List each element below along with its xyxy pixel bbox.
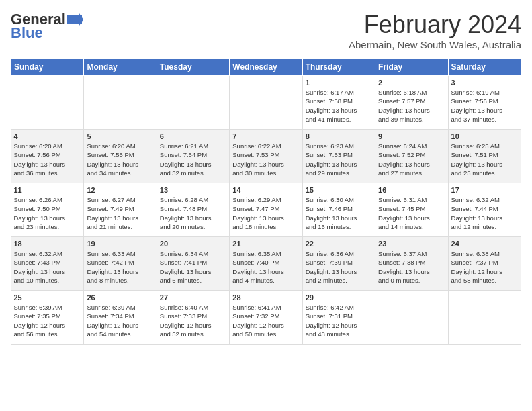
calendar-week-row: 11Sunrise: 6:26 AM Sunset: 7:50 PM Dayli… — [11, 183, 521, 237]
day-number: 20 — [160, 240, 226, 248]
day-number: 1 — [306, 79, 372, 87]
calendar-cell: 23Sunrise: 6:37 AM Sunset: 7:38 PM Dayli… — [375, 237, 448, 291]
calendar-week-row: 25Sunrise: 6:39 AM Sunset: 7:35 PM Dayli… — [11, 291, 521, 345]
calendar-cell: 13Sunrise: 6:28 AM Sunset: 7:48 PM Dayli… — [157, 183, 229, 237]
day-number: 19 — [87, 240, 153, 248]
col-header-thursday: Thursday — [302, 59, 375, 76]
calendar-cell: 27Sunrise: 6:40 AM Sunset: 7:33 PM Dayli… — [157, 291, 229, 345]
cell-content: Sunrise: 6:37 AM Sunset: 7:38 PM Dayligh… — [378, 249, 445, 285]
calendar-header-row: SundayMondayTuesdayWednesdayThursdayFrid… — [11, 59, 521, 76]
logo: General Blue — [11, 11, 83, 42]
cell-content: Sunrise: 6:31 AM Sunset: 7:45 PM Dayligh… — [378, 195, 445, 231]
cell-content: Sunrise: 6:35 AM Sunset: 7:40 PM Dayligh… — [232, 249, 299, 285]
day-number: 11 — [14, 186, 81, 194]
col-header-saturday: Saturday — [448, 59, 521, 76]
cell-content: Sunrise: 6:17 AM Sunset: 7:58 PM Dayligh… — [306, 88, 372, 124]
cell-content: Sunrise: 6:29 AM Sunset: 7:47 PM Dayligh… — [232, 195, 299, 231]
calendar-cell: 26Sunrise: 6:39 AM Sunset: 7:34 PM Dayli… — [84, 291, 157, 345]
cell-content: Sunrise: 6:30 AM Sunset: 7:46 PM Dayligh… — [306, 195, 372, 231]
day-number: 17 — [451, 186, 519, 194]
cell-content: Sunrise: 6:36 AM Sunset: 7:39 PM Dayligh… — [306, 249, 372, 285]
calendar-cell: 8Sunrise: 6:23 AM Sunset: 7:53 PM Daylig… — [302, 130, 375, 183]
logo-blue: Blue — [11, 24, 43, 42]
calendar-cell: 18Sunrise: 6:32 AM Sunset: 7:43 PM Dayli… — [11, 237, 84, 291]
cell-content: Sunrise: 6:24 AM Sunset: 7:52 PM Dayligh… — [378, 142, 445, 177]
cell-content: Sunrise: 6:27 AM Sunset: 7:49 PM Dayligh… — [87, 195, 153, 231]
calendar-cell — [157, 76, 229, 130]
calendar-cell: 19Sunrise: 6:33 AM Sunset: 7:42 PM Dayli… — [84, 237, 157, 291]
cell-content: Sunrise: 6:20 AM Sunset: 7:56 PM Dayligh… — [14, 142, 81, 177]
calendar-cell — [448, 291, 521, 345]
page-header: General Blue February 2024 Abermain, New… — [11, 11, 521, 50]
calendar-cell: 2Sunrise: 6:18 AM Sunset: 7:57 PM Daylig… — [375, 76, 448, 130]
calendar-cell: 9Sunrise: 6:24 AM Sunset: 7:52 PM Daylig… — [375, 130, 448, 183]
day-number: 26 — [87, 293, 153, 302]
calendar-cell: 25Sunrise: 6:39 AM Sunset: 7:35 PM Dayli… — [11, 291, 84, 345]
calendar-cell: 11Sunrise: 6:26 AM Sunset: 7:50 PM Dayli… — [11, 183, 84, 237]
day-number: 3 — [451, 79, 519, 87]
calendar-cell: 6Sunrise: 6:21 AM Sunset: 7:54 PM Daylig… — [157, 130, 229, 183]
day-number: 21 — [232, 240, 299, 248]
day-number: 7 — [232, 132, 299, 140]
cell-content: Sunrise: 6:34 AM Sunset: 7:41 PM Dayligh… — [160, 249, 226, 285]
day-number: 27 — [160, 293, 226, 302]
col-header-wednesday: Wednesday — [230, 59, 302, 76]
calendar-week-row: 18Sunrise: 6:32 AM Sunset: 7:43 PM Dayli… — [11, 237, 521, 291]
calendar-cell: 16Sunrise: 6:31 AM Sunset: 7:45 PM Dayli… — [375, 183, 448, 237]
calendar-cell: 4Sunrise: 6:20 AM Sunset: 7:56 PM Daylig… — [11, 130, 84, 183]
calendar-cell: 28Sunrise: 6:41 AM Sunset: 7:32 PM Dayli… — [230, 291, 302, 345]
calendar-cell: 20Sunrise: 6:34 AM Sunset: 7:41 PM Dayli… — [157, 237, 229, 291]
day-number: 8 — [306, 132, 372, 140]
day-number: 4 — [14, 132, 81, 140]
day-number: 5 — [87, 132, 153, 140]
day-number: 23 — [378, 240, 445, 248]
calendar-cell — [230, 76, 302, 130]
cell-content: Sunrise: 6:42 AM Sunset: 7:31 PM Dayligh… — [306, 303, 372, 338]
cell-content: Sunrise: 6:33 AM Sunset: 7:42 PM Dayligh… — [87, 249, 153, 285]
calendar-cell — [84, 76, 157, 130]
cell-content: Sunrise: 6:25 AM Sunset: 7:51 PM Dayligh… — [451, 142, 519, 177]
title-block: February 2024 Abermain, New South Wales,… — [349, 11, 521, 50]
calendar-cell: 14Sunrise: 6:29 AM Sunset: 7:47 PM Dayli… — [230, 183, 302, 237]
cell-content: Sunrise: 6:32 AM Sunset: 7:44 PM Dayligh… — [451, 195, 519, 231]
calendar-cell: 15Sunrise: 6:30 AM Sunset: 7:46 PM Dayli… — [302, 183, 375, 237]
day-number: 15 — [306, 186, 372, 194]
cell-content: Sunrise: 6:41 AM Sunset: 7:32 PM Dayligh… — [232, 303, 299, 338]
col-header-sunday: Sunday — [11, 59, 84, 76]
col-header-friday: Friday — [375, 59, 448, 76]
calendar-cell: 24Sunrise: 6:38 AM Sunset: 7:37 PM Dayli… — [448, 237, 521, 291]
cell-content: Sunrise: 6:21 AM Sunset: 7:54 PM Dayligh… — [160, 142, 226, 177]
day-number: 22 — [306, 240, 372, 248]
calendar-cell — [11, 76, 84, 130]
cell-content: Sunrise: 6:22 AM Sunset: 7:53 PM Dayligh… — [232, 142, 299, 177]
calendar-week-row: 1Sunrise: 6:17 AM Sunset: 7:58 PM Daylig… — [11, 76, 521, 130]
day-number: 18 — [14, 240, 81, 248]
cell-content: Sunrise: 6:23 AM Sunset: 7:53 PM Dayligh… — [306, 142, 372, 177]
calendar-cell: 17Sunrise: 6:32 AM Sunset: 7:44 PM Dayli… — [448, 183, 521, 237]
cell-content: Sunrise: 6:38 AM Sunset: 7:37 PM Dayligh… — [451, 249, 519, 285]
day-number: 13 — [160, 186, 226, 194]
calendar-cell: 12Sunrise: 6:27 AM Sunset: 7:49 PM Dayli… — [84, 183, 157, 237]
col-header-tuesday: Tuesday — [157, 59, 229, 76]
calendar-week-row: 4Sunrise: 6:20 AM Sunset: 7:56 PM Daylig… — [11, 130, 521, 183]
logo-arrow-icon — [66, 13, 83, 26]
calendar-cell — [375, 291, 448, 345]
cell-content: Sunrise: 6:39 AM Sunset: 7:35 PM Dayligh… — [14, 303, 81, 338]
day-number: 24 — [451, 240, 519, 248]
calendar-table: SundayMondayTuesdayWednesdayThursdayFrid… — [11, 58, 521, 345]
cell-content: Sunrise: 6:39 AM Sunset: 7:34 PM Dayligh… — [87, 303, 153, 338]
calendar-cell: 22Sunrise: 6:36 AM Sunset: 7:39 PM Dayli… — [302, 237, 375, 291]
day-number: 29 — [306, 293, 372, 302]
cell-content: Sunrise: 6:20 AM Sunset: 7:55 PM Dayligh… — [87, 142, 153, 177]
cell-content: Sunrise: 6:40 AM Sunset: 7:33 PM Dayligh… — [160, 303, 226, 338]
cell-content: Sunrise: 6:18 AM Sunset: 7:57 PM Dayligh… — [378, 88, 445, 124]
day-number: 16 — [378, 186, 445, 194]
cell-content: Sunrise: 6:28 AM Sunset: 7:48 PM Dayligh… — [160, 195, 226, 231]
calendar-cell: 29Sunrise: 6:42 AM Sunset: 7:31 PM Dayli… — [302, 291, 375, 345]
calendar-cell: 1Sunrise: 6:17 AM Sunset: 7:58 PM Daylig… — [302, 76, 375, 130]
day-number: 12 — [87, 186, 153, 194]
calendar-cell: 10Sunrise: 6:25 AM Sunset: 7:51 PM Dayli… — [448, 130, 521, 183]
subtitle: Abermain, New South Wales, Australia — [349, 39, 521, 50]
cell-content: Sunrise: 6:26 AM Sunset: 7:50 PM Dayligh… — [14, 195, 81, 231]
day-number: 28 — [232, 293, 299, 302]
